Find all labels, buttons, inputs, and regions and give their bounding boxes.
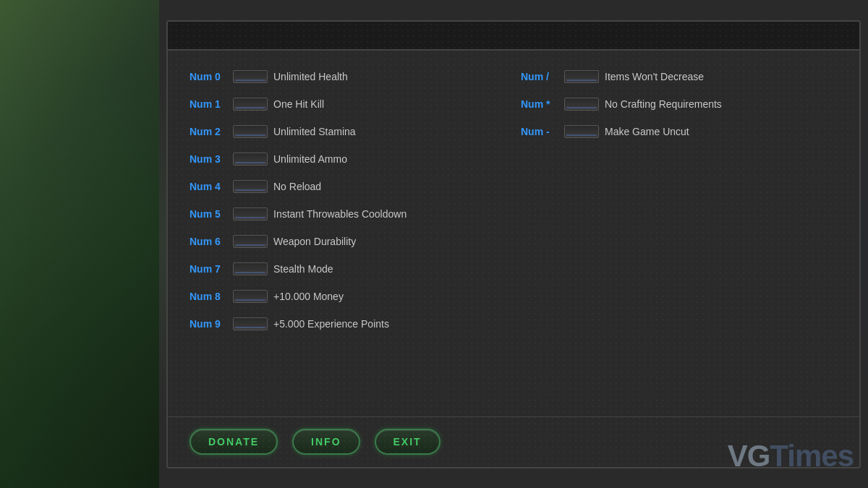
toggle-button[interactable] [233,98,268,111]
feature-label: +5.000 Experience Points [273,318,389,330]
key-label: Num 6 [190,236,227,247]
toggle-button[interactable] [233,70,268,83]
key-label: Num 0 [190,71,227,82]
app-background: Num 0Unlimited HealthNum 1One Hit KillNu… [0,0,868,488]
watermark-vg: VG [728,439,770,473]
hotkey-row-left-2: Num 2Unlimited Stamina [190,120,506,143]
feature-label: Instant Throwables Cooldown [273,208,407,220]
feature-label: One Hit Kill [273,98,324,110]
left-column: Num 0Unlimited HealthNum 1One Hit KillNu… [190,65,506,402]
hotkey-row-left-8: Num 8+10.000 Money [190,285,506,308]
toggle-button[interactable] [233,290,268,303]
key-label: Num 1 [190,98,227,110]
toggle-button[interactable] [233,262,268,275]
donate-button[interactable]: DONATE [190,429,278,455]
key-label: Num 3 [190,153,227,165]
hotkey-row-left-5: Num 5Instant Throwables Cooldown [190,202,506,226]
right-column: Num /Items Won't DecreaseNum *No Craftin… [521,65,838,402]
exit-button[interactable]: EXIT [375,429,441,455]
left-panel-image [0,0,159,488]
toggle-button[interactable] [233,235,268,248]
feature-label: No Crafting Requirements [605,98,722,110]
key-label: Num - [521,126,558,137]
key-label: Num 4 [190,181,227,192]
toggle-button[interactable] [564,125,599,138]
title-bar [168,22,859,51]
toggle-button[interactable] [233,317,268,330]
hotkey-row-left-0: Num 0Unlimited Health [190,65,506,88]
toggle-button[interactable] [233,153,268,166]
watermark-times: Times [770,439,854,473]
key-label: Num 8 [190,291,227,302]
feature-label: Unlimited Ammo [273,153,347,165]
hotkey-row-left-9: Num 9+5.000 Experience Points [190,312,506,335]
feature-label: No Reload [273,181,321,192]
toggle-button[interactable] [564,98,599,111]
toggle-button[interactable] [564,70,599,83]
feature-label: Weapon Durability [273,236,356,247]
key-label: Num 5 [190,208,227,220]
content-area: Num 0Unlimited HealthNum 1One Hit KillNu… [168,51,859,416]
hotkey-row-right-1: Num *No Crafting Requirements [521,93,838,116]
key-label: Num 2 [190,126,227,137]
toggle-button[interactable] [233,180,268,193]
feature-label: Unlimited Health [273,71,348,82]
hotkey-row-left-4: Num 4No Reload [190,175,506,198]
main-window: Num 0Unlimited HealthNum 1One Hit KillNu… [166,20,861,468]
hotkey-row-left-1: Num 1One Hit Kill [190,93,506,116]
feature-label: Items Won't Decrease [605,71,704,82]
info-button[interactable]: INFO [292,429,359,455]
toggle-button[interactable] [233,125,268,138]
feature-label: +10.000 Money [273,291,344,302]
feature-label: Make Game Uncut [605,126,689,137]
watermark: VGTimes [728,439,854,474]
feature-label: Stealth Mode [273,263,333,275]
toggle-button[interactable] [233,207,268,221]
feature-label: Unlimited Stamina [273,126,356,137]
key-label: Num 7 [190,263,227,275]
hotkey-row-left-7: Num 7Stealth Mode [190,257,506,281]
key-label: Num 9 [190,318,227,330]
hotkey-row-right-0: Num /Items Won't Decrease [521,65,838,88]
hotkey-row-left-3: Num 3Unlimited Ammo [190,147,506,171]
hotkey-row-right-2: Num -Make Game Uncut [521,120,838,143]
hotkey-row-left-6: Num 6Weapon Durability [190,230,506,253]
key-label: Num * [521,98,558,110]
key-label: Num / [521,71,558,82]
